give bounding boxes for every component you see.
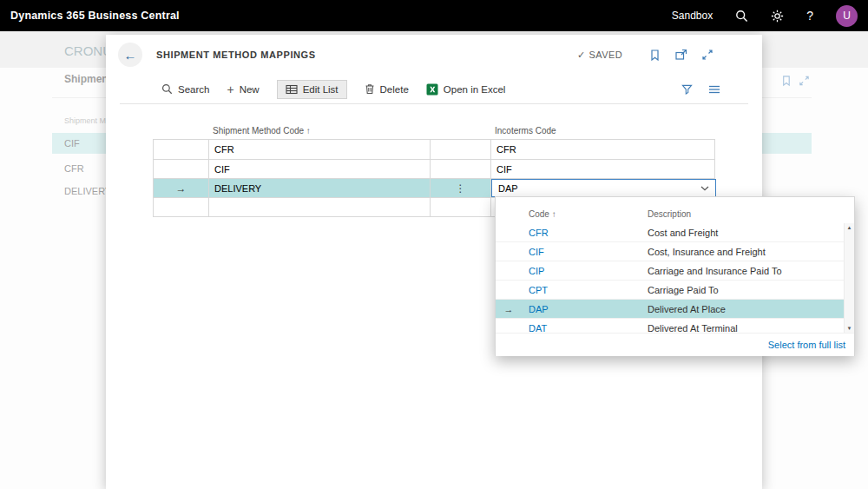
incoterms-dropdown: Code ↑ Description CFR Cost and Freight … — [495, 196, 855, 356]
cell-options-ellipsis[interactable]: ⋮ — [436, 182, 485, 195]
help-button[interactable]: ? — [806, 9, 813, 23]
dropdown-option[interactable]: CIP Carriage and Insurance Paid To — [496, 261, 854, 281]
option-code[interactable]: DAT — [522, 323, 641, 334]
bookmark-icon[interactable] — [648, 49, 661, 62]
dropdown-column-description[interactable]: Description — [641, 209, 854, 219]
selected-option-arrow-icon: → — [496, 304, 522, 314]
excel-icon — [426, 83, 438, 96]
option-description[interactable]: Delivered At Terminal — [641, 323, 854, 334]
dropdown-option[interactable]: DAT Delivered At Terminal — [496, 319, 854, 333]
edit-list-button-label: Edit List — [303, 84, 339, 95]
search-icon[interactable] — [735, 10, 748, 23]
shipment-method-mappings-dialog: ← SHIPMENT METHOD MAPPINGS ✓ SAVED — [106, 35, 762, 489]
dropdown-option-selected[interactable]: → DAP Delivered At Place — [496, 300, 854, 319]
option-description[interactable]: Carriage and Insurance Paid To — [641, 266, 854, 276]
filter-icon[interactable] — [681, 84, 693, 95]
table-row: CIF CIF — [154, 159, 714, 178]
environment-label: Sandbox — [672, 10, 713, 22]
combobox-value: DAP — [498, 183, 518, 194]
option-description[interactable]: Carriage Paid To — [641, 285, 854, 295]
search-button-label: Search — [178, 84, 209, 95]
top-bar: Dynamics 365 Business Central Sandbox ? … — [0, 0, 868, 31]
option-description[interactable]: Cost and Freight — [641, 228, 854, 238]
new-button[interactable]: + New — [227, 83, 259, 96]
column-header-incoterms-code[interactable]: Incoterms Code — [490, 126, 715, 135]
incoterms-combobox[interactable]: DAP — [491, 179, 716, 197]
option-code[interactable]: CIP — [522, 266, 641, 276]
column-header-shipment-method-code[interactable]: Shipment Method Code ↑ — [208, 126, 430, 135]
top-bar-actions: Sandbox ? U — [672, 5, 858, 27]
dropdown-options-list: CFR Cost and Freight CIF Cost, Insurance… — [496, 223, 854, 333]
new-button-label: New — [240, 84, 260, 95]
table-row: CFR CFR — [154, 140, 714, 159]
dialog-header-actions: ✓ SAVED — [577, 49, 713, 62]
user-avatar[interactable]: U — [836, 5, 858, 27]
edit-list-icon — [286, 84, 298, 95]
row-options-cell[interactable] — [431, 198, 491, 216]
settings-gear-icon[interactable] — [771, 10, 784, 23]
search-button[interactable]: Search — [161, 83, 209, 95]
active-row-arrow-icon: → — [159, 182, 203, 195]
open-in-excel-button[interactable]: Open in Excel — [426, 83, 506, 96]
incoterms-code-cell[interactable]: CFR — [491, 140, 716, 159]
row-selector-cell[interactable] — [154, 198, 209, 216]
option-code[interactable]: CIF — [522, 247, 641, 257]
shipment-method-code-cell[interactable]: DELIVERY — [209, 179, 431, 197]
app-title: Dynamics 365 Business Central — [10, 10, 180, 22]
select-from-full-list-link[interactable]: Select from full list — [768, 340, 845, 350]
option-code[interactable]: DAP — [522, 304, 641, 314]
table-row-selected: → DELIVERY ⋮ DAP — [154, 178, 714, 197]
dropdown-option[interactable]: CPT Carriage Paid To — [496, 281, 854, 300]
check-icon: ✓ — [577, 50, 586, 61]
row-selector-cell[interactable] — [154, 140, 209, 159]
scroll-down-icon[interactable]: ▼ — [847, 326, 852, 331]
shipment-method-code-cell[interactable]: CIF — [209, 160, 431, 178]
list-view-icon[interactable] — [708, 84, 720, 95]
option-code[interactable]: CPT — [522, 285, 641, 295]
dropdown-column-code[interactable]: Code ↑ — [522, 209, 641, 219]
dropdown-option[interactable]: CIF Cost, Insurance and Freight — [496, 242, 854, 261]
search-icon — [161, 83, 173, 95]
option-description[interactable]: Delivered At Place — [641, 304, 854, 314]
saved-status: ✓ SAVED — [577, 50, 622, 61]
open-in-excel-button-label: Open in Excel — [444, 84, 506, 95]
shipment-method-code-cell[interactable]: CFR — [209, 140, 431, 159]
toolbar-right-icons — [681, 84, 748, 95]
row-selector-cell[interactable] — [154, 160, 209, 178]
plus-icon: + — [227, 83, 233, 96]
maximize-icon[interactable] — [701, 49, 713, 61]
row-options-cell[interactable] — [431, 160, 491, 178]
open-in-new-window-icon[interactable] — [674, 49, 687, 61]
incoterms-code-cell: DAP — [491, 179, 716, 197]
app-window: Dynamics 365 Business Central Sandbox ? … — [0, 0, 868, 489]
row-options-cell[interactable]: ⋮ — [431, 179, 491, 197]
table-header-row: Shipment Method Code ↑ Incoterms Code — [153, 122, 715, 139]
option-description[interactable]: Cost, Insurance and Freight — [641, 247, 854, 257]
shipment-method-code-cell[interactable] — [209, 198, 431, 216]
dialog-title: SHIPMENT METHOD MAPPINGS — [156, 50, 316, 60]
dialog-toolbar: Search + New Edit List Delete — [120, 75, 748, 104]
trash-icon — [365, 83, 375, 95]
scroll-up-icon[interactable]: ▲ — [847, 225, 852, 230]
row-options-cell[interactable] — [431, 140, 491, 159]
dropdown-scrollbar[interactable]: ▲ ▼ — [844, 223, 854, 333]
row-selector-cell[interactable]: → — [154, 179, 209, 197]
saved-status-label: SAVED — [589, 50, 622, 60]
delete-button[interactable]: Delete — [365, 83, 409, 95]
delete-button-label: Delete — [380, 84, 409, 95]
dropdown-footer: Select from full list — [496, 333, 854, 356]
dropdown-option[interactable]: CFR Cost and Freight — [496, 223, 854, 242]
chevron-down-icon[interactable] — [700, 186, 709, 191]
edit-list-button[interactable]: Edit List — [277, 80, 347, 99]
back-button[interactable]: ← — [118, 43, 142, 67]
dropdown-header-row: Code ↑ Description — [496, 197, 854, 223]
incoterms-code-cell[interactable]: CIF — [491, 160, 716, 178]
option-code[interactable]: CFR — [522, 228, 641, 238]
dialog-header: ← SHIPMENT METHOD MAPPINGS ✓ SAVED — [106, 35, 762, 75]
